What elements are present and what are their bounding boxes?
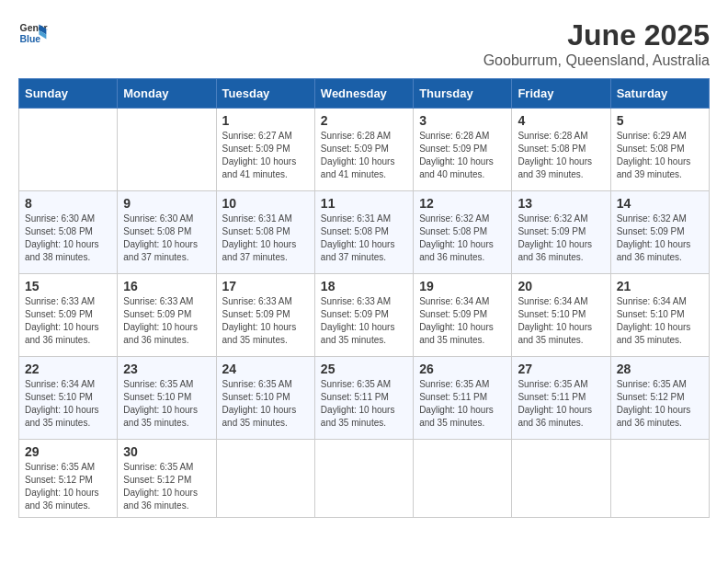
table-row — [314, 440, 413, 518]
day-number: 27 — [518, 362, 604, 376]
calendar-row: 15Sunrise: 6:33 AMSunset: 5:09 PMDayligh… — [19, 274, 710, 357]
day-info: Sunrise: 6:35 AMSunset: 5:11 PMDaylight:… — [419, 378, 506, 430]
day-number: 29 — [25, 444, 111, 459]
table-row: 26Sunrise: 6:35 AMSunset: 5:11 PMDayligh… — [414, 357, 512, 440]
day-info: Sunrise: 6:35 AMSunset: 5:12 PMDaylight:… — [123, 461, 210, 512]
day-info: Sunrise: 6:28 AMSunset: 5:09 PMDaylight:… — [419, 130, 506, 181]
table-row: 23Sunrise: 6:35 AMSunset: 5:10 PMDayligh… — [118, 357, 216, 440]
day-number: 11 — [321, 196, 407, 211]
day-info: Sunrise: 6:35 AMSunset: 5:10 PMDaylight:… — [222, 378, 309, 430]
col-tuesday: Tuesday — [216, 79, 314, 109]
table-row: 1Sunrise: 6:27 AMSunset: 5:09 PMDaylight… — [216, 109, 314, 191]
col-friday: Friday — [512, 79, 610, 109]
table-row: 27Sunrise: 6:35 AMSunset: 5:11 PMDayligh… — [512, 357, 610, 440]
day-info: Sunrise: 6:31 AMSunset: 5:08 PMDaylight:… — [222, 213, 309, 264]
table-row — [610, 440, 709, 518]
day-number: 12 — [419, 196, 506, 211]
calendar-row: 29Sunrise: 6:35 AMSunset: 5:12 PMDayligh… — [19, 440, 710, 518]
day-info: Sunrise: 6:28 AMSunset: 5:09 PMDaylight:… — [321, 130, 407, 181]
day-number: 5 — [617, 113, 703, 128]
calendar-row: 8Sunrise: 6:30 AMSunset: 5:08 PMDaylight… — [19, 191, 710, 274]
day-number: 13 — [518, 196, 604, 211]
table-row: 24Sunrise: 6:35 AMSunset: 5:10 PMDayligh… — [216, 357, 314, 440]
day-info: Sunrise: 6:27 AMSunset: 5:09 PMDaylight:… — [222, 130, 309, 181]
day-number: 3 — [419, 113, 506, 128]
col-wednesday: Wednesday — [314, 79, 413, 109]
day-info: Sunrise: 6:33 AMSunset: 5:09 PMDaylight:… — [321, 295, 407, 347]
day-number: 16 — [123, 279, 210, 293]
day-info: Sunrise: 6:35 AMSunset: 5:12 PMDaylight:… — [617, 378, 703, 430]
day-number: 8 — [25, 196, 111, 211]
table-row: 16Sunrise: 6:33 AMSunset: 5:09 PMDayligh… — [118, 274, 216, 357]
day-number: 15 — [25, 279, 111, 293]
table-row: 4Sunrise: 6:28 AMSunset: 5:08 PMDaylight… — [512, 109, 610, 191]
calendar-row: 22Sunrise: 6:34 AMSunset: 5:10 PMDayligh… — [19, 357, 710, 440]
calendar-row: 1Sunrise: 6:27 AMSunset: 5:09 PMDaylight… — [19, 109, 710, 191]
day-number: 1 — [222, 113, 309, 128]
table-row: 28Sunrise: 6:35 AMSunset: 5:12 PMDayligh… — [610, 357, 709, 440]
day-info: Sunrise: 6:28 AMSunset: 5:08 PMDaylight:… — [518, 130, 604, 181]
day-number: 28 — [617, 362, 703, 376]
col-sunday: Sunday — [19, 79, 118, 109]
day-info: Sunrise: 6:33 AMSunset: 5:09 PMDaylight:… — [123, 295, 210, 347]
logo: General Blue — [18, 18, 48, 48]
table-row: 29Sunrise: 6:35 AMSunset: 5:12 PMDayligh… — [19, 440, 118, 518]
table-row — [512, 440, 610, 518]
day-info: Sunrise: 6:33 AMSunset: 5:09 PMDaylight:… — [25, 295, 111, 347]
day-info: Sunrise: 6:35 AMSunset: 5:10 PMDaylight:… — [123, 378, 210, 430]
day-number: 26 — [419, 362, 506, 376]
day-number: 25 — [321, 362, 407, 376]
day-number: 19 — [419, 279, 506, 293]
svg-text:Blue: Blue — [20, 34, 41, 44]
table-row: 17Sunrise: 6:33 AMSunset: 5:09 PMDayligh… — [216, 274, 314, 357]
col-thursday: Thursday — [414, 79, 512, 109]
logo-icon: General Blue — [18, 18, 48, 48]
day-info: Sunrise: 6:34 AMSunset: 5:09 PMDaylight:… — [419, 295, 506, 347]
table-row: 5Sunrise: 6:29 AMSunset: 5:08 PMDaylight… — [610, 109, 709, 191]
day-number: 14 — [617, 196, 703, 211]
day-info: Sunrise: 6:29 AMSunset: 5:08 PMDaylight:… — [617, 130, 703, 181]
day-number: 24 — [222, 362, 309, 376]
header: General Blue June 2025 Gooburrum, Queens… — [18, 18, 710, 69]
day-info: Sunrise: 6:34 AMSunset: 5:10 PMDaylight:… — [25, 378, 111, 430]
day-info: Sunrise: 6:35 AMSunset: 5:11 PMDaylight:… — [518, 378, 604, 430]
table-row: 2Sunrise: 6:28 AMSunset: 5:09 PMDaylight… — [314, 109, 413, 191]
table-row: 20Sunrise: 6:34 AMSunset: 5:10 PMDayligh… — [512, 274, 610, 357]
table-row: 15Sunrise: 6:33 AMSunset: 5:09 PMDayligh… — [19, 274, 118, 357]
table-row — [19, 109, 118, 191]
day-number: 17 — [222, 279, 309, 293]
header-row: Sunday Monday Tuesday Wednesday Thursday… — [19, 79, 710, 109]
table-row: 21Sunrise: 6:34 AMSunset: 5:10 PMDayligh… — [610, 274, 709, 357]
day-info: Sunrise: 6:32 AMSunset: 5:08 PMDaylight:… — [419, 213, 506, 264]
table-row: 18Sunrise: 6:33 AMSunset: 5:09 PMDayligh… — [314, 274, 413, 357]
day-number: 23 — [123, 362, 210, 376]
table-row: 8Sunrise: 6:30 AMSunset: 5:08 PMDaylight… — [19, 191, 118, 274]
day-info: Sunrise: 6:31 AMSunset: 5:08 PMDaylight:… — [321, 213, 407, 264]
day-info: Sunrise: 6:30 AMSunset: 5:08 PMDaylight:… — [25, 213, 111, 264]
table-row: 22Sunrise: 6:34 AMSunset: 5:10 PMDayligh… — [19, 357, 118, 440]
table-row: 11Sunrise: 6:31 AMSunset: 5:08 PMDayligh… — [314, 191, 413, 274]
table-row — [216, 440, 314, 518]
day-number: 18 — [321, 279, 407, 293]
day-number: 21 — [617, 279, 703, 293]
day-info: Sunrise: 6:34 AMSunset: 5:10 PMDaylight:… — [518, 295, 604, 347]
table-row: 25Sunrise: 6:35 AMSunset: 5:11 PMDayligh… — [314, 357, 413, 440]
table-row: 10Sunrise: 6:31 AMSunset: 5:08 PMDayligh… — [216, 191, 314, 274]
day-number: 9 — [123, 196, 210, 211]
title-section: June 2025 Gooburrum, Queensland, Austral… — [483, 18, 710, 69]
day-number: 20 — [518, 279, 604, 293]
table-row: 12Sunrise: 6:32 AMSunset: 5:08 PMDayligh… — [414, 191, 512, 274]
day-number: 22 — [25, 362, 111, 376]
table-row: 30Sunrise: 6:35 AMSunset: 5:12 PMDayligh… — [118, 440, 216, 518]
table-row — [414, 440, 512, 518]
day-info: Sunrise: 6:30 AMSunset: 5:08 PMDaylight:… — [123, 213, 210, 264]
day-number: 4 — [518, 113, 604, 128]
day-info: Sunrise: 6:32 AMSunset: 5:09 PMDaylight:… — [617, 213, 703, 264]
table-row — [118, 109, 216, 191]
table-row: 14Sunrise: 6:32 AMSunset: 5:09 PMDayligh… — [610, 191, 709, 274]
col-monday: Monday — [118, 79, 216, 109]
table-row: 9Sunrise: 6:30 AMSunset: 5:08 PMDaylight… — [118, 191, 216, 274]
day-info: Sunrise: 6:33 AMSunset: 5:09 PMDaylight:… — [222, 295, 309, 347]
day-number: 30 — [123, 444, 210, 459]
table-row: 3Sunrise: 6:28 AMSunset: 5:09 PMDaylight… — [414, 109, 512, 191]
